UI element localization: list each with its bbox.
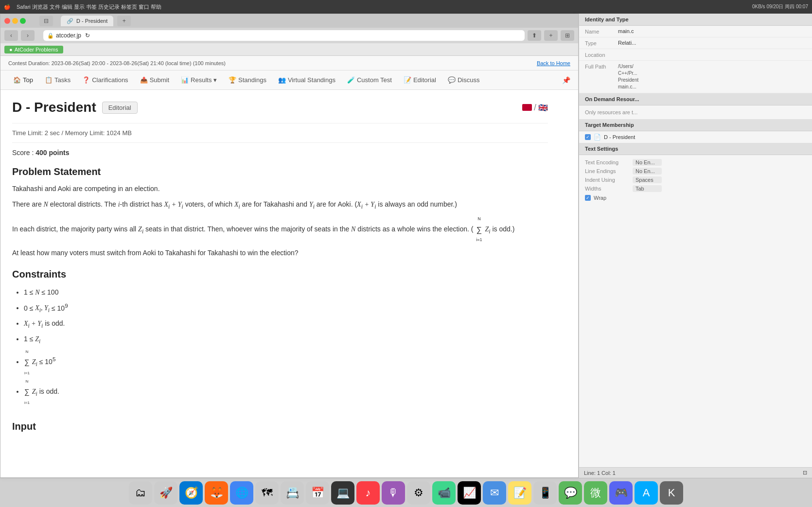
- dock-music[interactable]: ♪: [356, 481, 380, 505]
- math-xi-plus-yi: Xi + Yi: [164, 201, 183, 208]
- location-row: Location: [579, 49, 812, 61]
- dock-discord[interactable]: 🎮: [609, 481, 633, 505]
- nav-top-label: Top: [23, 76, 33, 84]
- dock-facetime[interactable]: 📹: [432, 481, 456, 505]
- dock-other[interactable]: K: [660, 481, 683, 505]
- target-file-label: D - President: [604, 134, 635, 140]
- back-button[interactable]: ‹: [4, 30, 18, 41]
- nav-standings[interactable]: 🏆 Standings: [224, 73, 271, 87]
- nav-standings-label: Standings: [238, 76, 266, 84]
- close-button[interactable]: [4, 18, 10, 24]
- nav-custom-test[interactable]: 🧪 Custom Test: [342, 73, 397, 87]
- add-bookmark-button[interactable]: +: [544, 30, 558, 41]
- para-2: There are N electoral districts. The i-t…: [12, 199, 548, 212]
- dock-iphone[interactable]: 📱: [533, 481, 557, 505]
- atcoder-problems-tab[interactable]: ● AtCoder Problems: [4, 46, 63, 53]
- virtual-standings-icon: 👥: [278, 76, 286, 84]
- wrap-checkbox[interactable]: ✓: [585, 195, 591, 201]
- problem-body: D - President Editorial / 🇬🇧 Time Limit:…: [0, 90, 560, 448]
- nav-submit-label: Submit: [150, 76, 169, 84]
- flag-separator: /: [534, 103, 536, 113]
- nav-clarifications[interactable]: ❓ Clarifications: [77, 73, 133, 87]
- encoding-value[interactable]: No En...: [633, 159, 662, 166]
- language-flags: / 🇬🇧: [522, 103, 548, 113]
- dock-appstore[interactable]: A: [635, 481, 658, 505]
- sidebar-toggle[interactable]: ⊟: [39, 16, 53, 26]
- text-settings-body: Text Encoding No En... Line Endings No E…: [579, 155, 812, 205]
- pin-button[interactable]: 📌: [562, 76, 570, 84]
- share-button[interactable]: ⬆: [528, 30, 541, 41]
- new-tab-button[interactable]: +: [117, 16, 131, 26]
- dock-settings[interactable]: ⚙: [407, 481, 430, 505]
- dock-calendar[interactable]: 📅: [306, 481, 329, 505]
- name-label: Name: [585, 28, 614, 35]
- browser-tab-president[interactable]: 🔗 D - President: [61, 16, 113, 26]
- problem-content-area: D - President Editorial / 🇬🇧 Time Limit:…: [0, 90, 578, 477]
- browser-controls: ‹ › 🔒 atcoder.jp ↻ ⬆ + ⊞: [0, 28, 578, 43]
- math-xi-yi-odd: Xi + Yi: [357, 201, 376, 208]
- dock-wechat[interactable]: 微: [584, 481, 607, 505]
- forward-button[interactable]: ›: [21, 30, 35, 41]
- dock-mail[interactable]: ✉: [483, 481, 506, 505]
- problem-score: Score : 400 points: [12, 149, 548, 157]
- dock-finder[interactable]: 🗂: [129, 481, 152, 505]
- nav-virtual-standings-label: Virtual Standings: [288, 76, 335, 84]
- extensions-button[interactable]: ⊞: [561, 30, 574, 41]
- dock-safari[interactable]: 🧭: [179, 481, 203, 505]
- section-input: Input: [12, 421, 548, 432]
- target-membership-header: Target Membership: [579, 119, 812, 131]
- apple-icon[interactable]: 🍎: [4, 4, 11, 10]
- fullscreen-button[interactable]: [20, 18, 26, 24]
- encoding-label: Text Encoding: [585, 159, 629, 165]
- dock-chrome[interactable]: 🌐: [230, 481, 253, 505]
- url-text: atcoder.jp: [56, 32, 81, 39]
- target-checkbox[interactable]: ✓: [585, 134, 591, 140]
- tab-favicon: 🔗: [67, 18, 73, 24]
- back-home-link[interactable]: Back to Home: [537, 60, 570, 66]
- fullpath-label: Full Path: [585, 63, 614, 70]
- discuss-icon: 💬: [448, 76, 456, 84]
- clarifications-icon: ❓: [82, 76, 90, 84]
- encoding-row: Text Encoding No En...: [585, 159, 806, 166]
- nav-results[interactable]: 📊 Results ▾: [176, 73, 222, 87]
- dock-contacts[interactable]: 📇: [281, 481, 304, 505]
- dock-launchpad[interactable]: 🚀: [154, 481, 177, 505]
- nav-top[interactable]: 🏠 Top: [8, 73, 38, 87]
- line-endings-value[interactable]: No En...: [633, 168, 662, 175]
- widths-tab-value[interactable]: Tab: [633, 185, 662, 192]
- editorial-button[interactable]: Editorial: [102, 102, 138, 114]
- minimize-button[interactable]: [12, 18, 18, 24]
- refresh-icon[interactable]: ↻: [85, 32, 90, 39]
- contest-nav: 🏠 Top 📋 Tasks ❓ Clarifications 📤 Submit …: [0, 70, 578, 90]
- dock-maps[interactable]: 🗺: [255, 481, 279, 505]
- dock-stocks[interactable]: 📈: [458, 481, 481, 505]
- nav-virtual-standings[interactable]: 👥 Virtual Standings: [273, 73, 340, 87]
- problem-header: D - President Editorial / 🇬🇧: [12, 100, 548, 115]
- mac-dock: 🗂 🚀 🧭 🦊 🌐 🗺 📇 📅 💻 ♪ 🎙 ⚙ 📹 📈 ✉ 📝 📱 💬 微 🎮 …: [0, 478, 812, 507]
- dock-terminal[interactable]: 💻: [331, 481, 354, 505]
- resize-icon: ⊡: [803, 470, 807, 476]
- dock-notes[interactable]: 📝: [508, 481, 531, 505]
- math-N: N: [44, 201, 48, 208]
- math-N2: N: [351, 226, 355, 233]
- dock-firefox[interactable]: 🦊: [205, 481, 228, 505]
- dock-podcast[interactable]: 🎙: [382, 481, 405, 505]
- url-bar[interactable]: 🔒 atcoder.jp ↻: [43, 30, 525, 41]
- constraint-2: 0 ≤ Xi, Yi ≤ 109: [24, 300, 548, 316]
- nav-tasks[interactable]: 📋 Tasks: [40, 73, 75, 87]
- nav-discuss[interactable]: 💬 Discuss: [443, 73, 485, 87]
- text-settings-header: Text Settings: [579, 143, 812, 155]
- line-endings-label: Line Endings: [585, 168, 629, 174]
- sigma-1: N ∑ i=1: [476, 215, 482, 244]
- constraint-4: 1 ≤ Zi: [24, 332, 548, 347]
- score-value: 400 points: [35, 149, 69, 157]
- dock-messages[interactable]: 💬: [559, 481, 582, 505]
- type-label: Type: [585, 40, 614, 46]
- atcoder-problems-icon: ●: [9, 47, 13, 52]
- indent-label: Indent Using: [585, 177, 629, 183]
- wrap-label: Wrap: [594, 195, 606, 201]
- indent-value[interactable]: Spaces: [633, 176, 662, 183]
- nav-editorial[interactable]: 📝 Editorial: [399, 73, 441, 87]
- nav-submit[interactable]: 📤 Submit: [135, 73, 174, 87]
- network-speed: 0KB/s 09/20日 周四 00:07: [752, 3, 808, 10]
